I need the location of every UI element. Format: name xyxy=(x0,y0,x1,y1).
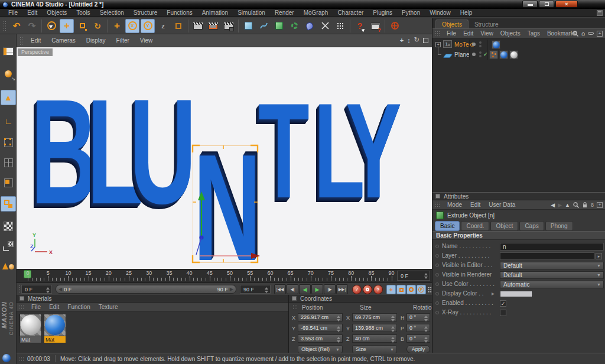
phong-tag[interactable] xyxy=(489,50,498,59)
animation-dot[interactable] xyxy=(435,282,439,286)
key-scale-toggle[interactable] xyxy=(396,285,406,294)
material-tag-blue[interactable] xyxy=(492,40,500,49)
enabled-checkbox[interactable]: ✓ xyxy=(500,300,506,307)
animation-dot[interactable] xyxy=(435,245,439,248)
statusbar-grip[interactable] xyxy=(19,356,25,362)
object-row-motext[interactable]: + 1₀ MoText xyxy=(432,40,605,50)
previous-frame-button[interactable]: ◀| xyxy=(287,284,298,294)
online-updater-button[interactable] xyxy=(388,19,402,33)
frame-stepper[interactable] xyxy=(424,273,428,279)
lock-x-axis-button[interactable]: X xyxy=(125,19,139,33)
animation-dot[interactable] xyxy=(435,254,439,258)
material-item-white[interactable]: Mat xyxy=(19,314,42,343)
material-label[interactable]: Mat xyxy=(19,336,42,343)
history-count-label[interactable]: 8 xyxy=(591,202,594,208)
document-window-icon[interactable] xyxy=(597,10,603,16)
materials-menu-item[interactable]: Function xyxy=(63,304,94,310)
stepper-icon[interactable] xyxy=(336,337,340,343)
close-button[interactable]: × xyxy=(555,1,578,8)
stepper-icon[interactable] xyxy=(391,316,395,321)
render-view-button[interactable] xyxy=(191,19,205,33)
viewport-menu-item[interactable]: View xyxy=(135,37,158,44)
rot-b-field[interactable]: 0 ° xyxy=(406,334,430,343)
viewport-camera-label[interactable]: Perspective xyxy=(18,48,53,56)
render-settings-button[interactable] xyxy=(222,19,236,33)
coordinate-mode-dropdown[interactable]: Object (Rel)▼ xyxy=(298,345,343,353)
make-editable-button[interactable] xyxy=(1,66,16,82)
layer-expand-icon[interactable]: ▸ xyxy=(596,253,602,259)
undo-button[interactable]: ↶ xyxy=(9,19,24,33)
pan-view-icon[interactable]: + xyxy=(400,36,404,44)
visibility-icon[interactable] xyxy=(588,32,594,35)
viewport-letter-y[interactable]: Y xyxy=(346,83,402,219)
menubar-item[interactable]: Objects xyxy=(42,9,71,16)
goto-end-button[interactable]: ▶▶| xyxy=(336,284,348,294)
lock-z-axis-button[interactable]: z xyxy=(156,19,170,33)
rot-p-field[interactable]: 0 ° xyxy=(406,324,430,332)
menubar-item[interactable]: Plugins xyxy=(368,9,397,16)
menubar-item[interactable]: File xyxy=(4,9,22,16)
rotate-tool-button[interactable]: ↻ xyxy=(90,19,105,33)
size-mode-dropdown[interactable]: Size▼ xyxy=(352,345,397,353)
stepper-icon[interactable] xyxy=(336,316,340,321)
editor-visibility-dot[interactable] xyxy=(472,43,476,46)
menubar-item[interactable]: Selection xyxy=(95,9,129,16)
stepper-icon[interactable] xyxy=(336,326,340,332)
minimize-button[interactable] xyxy=(522,1,538,8)
current-frame-field[interactable]: 0 F xyxy=(397,271,430,281)
viewport-menu-item[interactable]: Display xyxy=(81,37,111,44)
start-frame-stepper[interactable] xyxy=(45,287,50,293)
viewport-menu-item[interactable]: Filter xyxy=(111,37,135,44)
coordinates-grip[interactable] xyxy=(292,304,298,310)
material-item-blue[interactable]: Mat xyxy=(44,314,66,343)
polygons-mode-button[interactable] xyxy=(1,175,16,190)
texture-axis-button[interactable] xyxy=(1,239,16,254)
menubar-item[interactable]: Functions xyxy=(162,9,197,16)
key-position-toggle[interactable]: + xyxy=(386,285,396,294)
edges-mode-button[interactable] xyxy=(1,155,16,170)
toggle-view-icon[interactable] xyxy=(423,38,428,43)
display-color-swatch[interactable] xyxy=(500,291,533,297)
last-tool-button[interactable]: + xyxy=(110,19,124,33)
keyframe-selection-button[interactable]: ? xyxy=(373,285,383,294)
object-manager-grip[interactable] xyxy=(435,31,441,36)
menubar-item[interactable]: Render xyxy=(270,9,299,16)
key-parameter-toggle[interactable]: P xyxy=(417,285,426,294)
play-forwards-button[interactable]: ▶ xyxy=(311,284,323,294)
search-icon[interactable] xyxy=(573,202,579,208)
attributes-menu-item[interactable]: Edit xyxy=(466,202,484,208)
animation-dot[interactable] xyxy=(435,264,439,267)
panel-icon[interactable] xyxy=(19,296,24,301)
size-z-field[interactable]: 40 cm xyxy=(352,334,397,343)
play-backwards-button[interactable]: ◀ xyxy=(299,284,311,294)
xray-checkbox[interactable] xyxy=(500,310,506,316)
start-frame-field[interactable]: 0 F xyxy=(21,285,52,294)
add-panel-icon[interactable]: + xyxy=(597,31,603,37)
live-selection-button[interactable] xyxy=(44,19,58,33)
material-tag-blue[interactable] xyxy=(499,50,508,59)
panel-icon[interactable] xyxy=(292,296,297,301)
rotate-view-icon[interactable]: ↻ xyxy=(414,36,419,44)
object-name-plane[interactable]: Plane xyxy=(454,51,470,58)
render-visibility-dot[interactable] xyxy=(479,41,482,44)
redo-button[interactable]: ↷ xyxy=(25,19,39,33)
menubar-item[interactable]: Animation xyxy=(197,9,233,16)
range-left-arrow-icon[interactable]: ◀ xyxy=(58,287,62,292)
visible-renderer-dropdown[interactable]: Default▼ xyxy=(500,271,604,279)
expand-icon[interactable]: + xyxy=(435,42,441,47)
add-spline-button[interactable] xyxy=(256,19,271,33)
texture-axis-mode-button[interactable]: ∟ xyxy=(1,113,16,129)
end-frame-stepper[interactable] xyxy=(264,287,268,293)
size-x-field[interactable]: 69.775 cm xyxy=(352,313,397,321)
material-thumbnail[interactable] xyxy=(19,314,42,336)
add-mograph-button[interactable] xyxy=(287,19,301,33)
content-browser-button[interactable] xyxy=(368,19,382,33)
layout-button[interactable] xyxy=(1,44,16,59)
add-generator-button[interactable] xyxy=(272,19,286,33)
tab-objects[interactable]: Objects xyxy=(435,20,469,28)
menubar-item[interactable]: Tools xyxy=(71,9,95,16)
name-input[interactable]: n xyxy=(500,243,604,251)
expand-arrow-icon[interactable]: ▸ xyxy=(492,290,495,297)
material-label[interactable]: Mat xyxy=(44,336,66,343)
help-button[interactable]: ? xyxy=(353,19,367,33)
